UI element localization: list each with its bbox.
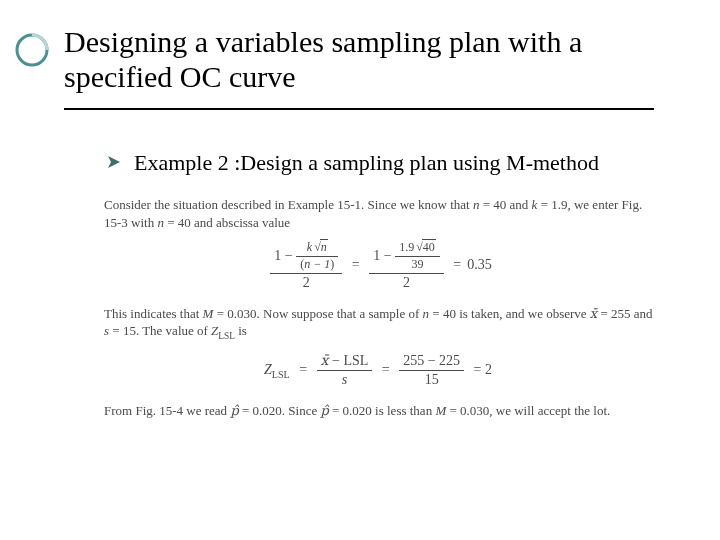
eq2-z: Z	[264, 361, 272, 376]
eq1-sqrt40: 40	[422, 239, 436, 254]
p2-M: M	[203, 306, 214, 321]
eq1-rp: )	[330, 257, 334, 271]
eq1-eq1: =	[346, 256, 366, 275]
eq1-kval: 1.9	[399, 240, 414, 254]
eq1-onem2: 1 −	[373, 248, 395, 263]
slide: Designing a variables sampling plan with…	[0, 0, 720, 540]
p3-phat: p̂	[230, 403, 238, 418]
eq1-outer-right: 1 − 1.940 39 2	[369, 241, 444, 291]
title-underline	[64, 108, 654, 110]
bullet-item: Example 2 :Design a sampling plan using …	[108, 150, 668, 176]
paragraph-2: This indicates that M = 0.030. Now suppo…	[104, 305, 658, 343]
p1-neq: = 40 and	[479, 197, 531, 212]
eq1-den2: 2	[270, 274, 342, 291]
eq1-res: 0.35	[467, 257, 492, 272]
p1-text: Consider the situation described in Exam…	[104, 197, 473, 212]
p1-tail: = 40 and abscissa value	[164, 215, 290, 230]
p3-mid2: = 0.020 is less than	[329, 403, 436, 418]
p3-pre: From Fig. 15-4 we read	[104, 403, 230, 418]
p3-phat2: p̂	[320, 403, 328, 418]
p2-xval: = 255 and	[597, 306, 652, 321]
eq2-lsl: LSL	[272, 368, 290, 379]
p2-pre: This indicates that	[104, 306, 203, 321]
eq2-s: s	[342, 372, 347, 387]
paragraph-1: Consider the situation described in Exam…	[104, 196, 658, 231]
decorative-ring-icon	[14, 32, 50, 68]
eq1-39: 39	[395, 257, 440, 272]
eq1-eq2: =	[447, 256, 467, 275]
eq1-onem: 1 −	[274, 248, 296, 263]
eq2-num2: 255 − 225	[399, 353, 464, 371]
eq2-eq2: =	[376, 361, 396, 380]
eq2-frac1: x̄ − LSL s	[317, 353, 373, 388]
p3-M: M	[435, 403, 446, 418]
p2-lsl: LSL	[218, 331, 235, 341]
eq1-nm1: n − 1	[304, 257, 330, 271]
p2-neq: = 40 is taken, and we observe	[429, 306, 590, 321]
paragraph-3: From Fig. 15-4 we read p̂ = 0.020. Since…	[104, 402, 658, 420]
equation-1: 1 − kn (n − 1) 2 = 1 − 1.940 39	[104, 241, 658, 291]
eq2-xbar: x̄	[321, 353, 329, 368]
eq2-num1mid: − LSL	[329, 353, 369, 368]
eq2-frac2: 255 − 225 15	[399, 353, 464, 388]
bullet-arrow-icon	[108, 156, 120, 168]
p3-tail: = 0.030, we will accept the lot.	[446, 403, 610, 418]
example-body: Consider the situation described in Exam…	[104, 196, 658, 425]
eq1-den2b: 2	[369, 274, 444, 291]
p2-sval: = 15. The value of	[109, 323, 211, 338]
p2-meq: = 0.030. Now suppose that a sample of	[213, 306, 422, 321]
eq2-res: = 2	[468, 361, 498, 380]
bullet-text: Example 2 :Design a sampling plan using …	[134, 150, 599, 176]
eq1-n: n	[320, 239, 328, 254]
eq2-den2: 15	[399, 371, 464, 388]
slide-title: Designing a variables sampling plan with…	[64, 24, 664, 95]
p2-end: is	[235, 323, 247, 338]
eq2-eq1: =	[293, 361, 313, 380]
eq1-outer-left: 1 − kn (n − 1) 2	[270, 241, 342, 291]
equation-2: ZLSL = x̄ − LSL s = 255 − 225 15 = 2 x̄	[104, 353, 658, 388]
svg-marker-1	[108, 156, 120, 168]
p3-mid: = 0.020. Since	[239, 403, 321, 418]
